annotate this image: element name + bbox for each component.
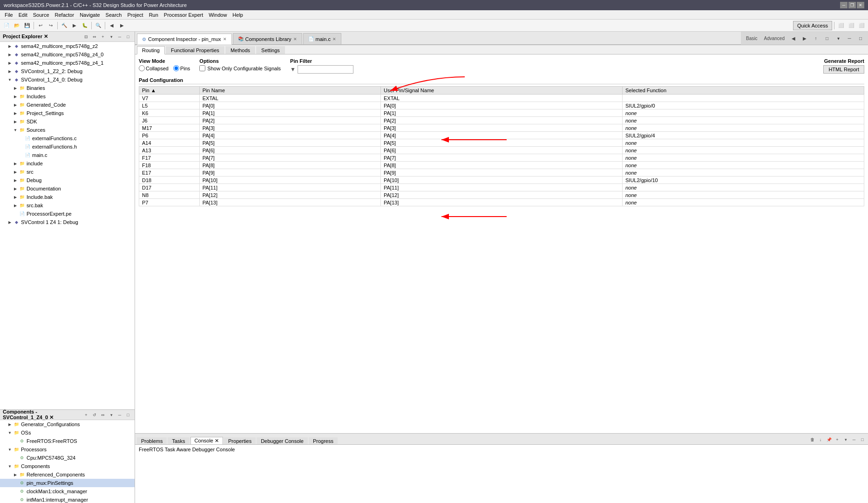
tree-item[interactable]: ▶ 📄 main.c [0, 151, 135, 159]
tab-main-c[interactable]: 📄 main.c ✕ [303, 33, 341, 44]
tree-item[interactable]: ▶ 📁 Project_Settings [0, 109, 135, 117]
tree-item[interactable]: ▶ 📁 Documentation [0, 184, 135, 193]
tab-close-icon[interactable]: ✕ [223, 37, 227, 41]
comp-link-btn[interactable]: ⇔ [99, 411, 107, 419]
menu-window[interactable]: Window [206, 10, 230, 20]
tree-item[interactable]: ▶ 📁 Includes [0, 92, 135, 101]
show-only-configurable-checkbox[interactable] [199, 65, 205, 71]
sub-tab-methods[interactable]: Methods [225, 46, 255, 54]
comp-add-btn[interactable]: + [82, 411, 90, 419]
tree-item[interactable]: ▼ 📁 Sources [0, 126, 135, 134]
tree-item[interactable]: ▶ 📁 Debug [0, 176, 135, 184]
tree-item[interactable]: ▼ ◆ SVControl_1_Z4_0: Debug [0, 75, 135, 84]
open-editor-btn[interactable]: □ [822, 34, 832, 43]
minimize-panel-btn[interactable]: ─ [116, 33, 123, 41]
tb-icon2[interactable]: ⬜ [847, 21, 856, 30]
comp-max-btn[interactable]: □ [124, 411, 132, 419]
tree-item[interactable]: ▶ 📄 externalFunctions.h [0, 143, 135, 151]
tree-item[interactable]: ▶ 📁 Generated_Code [0, 101, 135, 109]
tb-undo[interactable]: ↩ [36, 21, 45, 30]
view-menu-btn[interactable]: ▾ [108, 33, 115, 41]
close-button[interactable]: ✕ [857, 2, 864, 8]
link-editor-btn[interactable]: ⇔ [91, 33, 98, 41]
maximize-panel-btn[interactable]: □ [124, 33, 132, 41]
minimize-button[interactable]: ─ [840, 2, 848, 8]
quick-access-button[interactable]: Quick Access [793, 21, 832, 30]
comp-refresh-btn[interactable]: ↺ [91, 411, 98, 419]
collapse-all-btn[interactable]: ⊟ [82, 33, 90, 41]
tree-item[interactable]: ▶ 📁 src.bak [0, 201, 135, 210]
tb-back[interactable]: ◀ [107, 21, 116, 30]
max-editor-btn[interactable]: □ [856, 34, 865, 43]
comp-tree-item[interactable]: ▶ ⚙ clockMan1:clock_manager [0, 487, 135, 496]
tree-item[interactable]: ▶ ◆ sema42_multicore_mpc5748g_z4_0 [0, 50, 135, 59]
restore-button[interactable]: ❐ [848, 2, 856, 8]
view-menu-editor-btn[interactable]: ▾ [834, 34, 843, 43]
new-folder-btn[interactable]: + [99, 33, 107, 41]
tab-component-inspector[interactable]: ⚙ Component Inspector - pin_mux ✕ [137, 34, 232, 45]
tb-search[interactable]: 🔍 [94, 21, 103, 30]
console-scroll-btn[interactable]: ↓ [817, 436, 824, 443]
comp-tree-item[interactable]: ▼ 📁 OSs [0, 428, 135, 437]
menu-processor-expert[interactable]: Processor Expert [161, 10, 206, 20]
console-newcon-btn[interactable]: + [834, 436, 841, 443]
tb-new[interactable]: 📄 [2, 21, 11, 30]
sub-tab-functional[interactable]: Functional Properties [166, 46, 224, 54]
tab-close-icon3[interactable]: ✕ [332, 37, 336, 41]
col-selected-function[interactable]: Selected Function [623, 87, 864, 95]
tb-build[interactable]: 🔨 [60, 21, 69, 30]
tb-open[interactable]: 📂 [12, 21, 21, 30]
basic-btn[interactable]: Basic [744, 34, 760, 43]
pins-radio[interactable] [173, 65, 179, 71]
tb-debug[interactable]: 🐛 [80, 21, 89, 30]
tab-debugger-console[interactable]: Debugger Console [257, 437, 308, 444]
tb-run[interactable]: ▶ [70, 21, 79, 30]
comp-tree-item[interactable]: ▶ ⚙ Cpu:MPC5748G_324 [0, 454, 135, 462]
tb-save[interactable]: 💾 [22, 21, 32, 30]
tree-item[interactable]: ▶ 📁 src [0, 168, 135, 176]
tb-redo[interactable]: ↪ [46, 21, 55, 30]
console-max-btn[interactable]: □ [859, 436, 866, 443]
menu-file[interactable]: File [2, 10, 16, 20]
pin-filter-input[interactable] [298, 65, 353, 74]
tree-item[interactable]: ▶ ◆ sema42_multicore_mpc5748g_z2 [0, 42, 135, 50]
menu-navigate[interactable]: Navigate [77, 10, 102, 20]
menu-edit[interactable]: Edit [16, 10, 30, 20]
nav-up-btn[interactable]: ↑ [811, 34, 821, 43]
comp-tree-item[interactable]: ▼ 📁 Components [0, 462, 135, 470]
menu-help[interactable]: Help [230, 10, 246, 20]
tree-item[interactable]: ▶ 📁 include [0, 159, 135, 168]
tb-forward[interactable]: ▶ [117, 21, 127, 30]
menu-project[interactable]: Project [124, 10, 146, 20]
menu-refactor[interactable]: Refactor [52, 10, 77, 20]
comp-tree-item[interactable]: ▶ ⚙ intMan1:interrupt_manager [0, 496, 135, 503]
tree-item[interactable]: ▶ 📁 Binaries [0, 84, 135, 92]
tab-components-library[interactable]: 📚 Components Library ✕ [233, 33, 302, 44]
tree-item[interactable]: ▶ 📁 SDK [0, 117, 135, 126]
tab-console[interactable]: Console ✕ [190, 437, 223, 444]
html-report-button[interactable]: HTML Report [823, 65, 864, 74]
menu-source[interactable]: Source [30, 10, 52, 20]
tab-problems[interactable]: Problems [137, 437, 167, 444]
sub-tab-settings[interactable]: Settings [256, 46, 285, 54]
tab-progress[interactable]: Progress [309, 437, 338, 444]
tree-item[interactable]: ▶ ◆ sema42_multicore_mpc5748g_z4_1 [0, 59, 135, 67]
nav-back-btn[interactable]: ◀ [789, 34, 798, 43]
tb-icon3[interactable]: ⬜ [857, 21, 866, 30]
tree-item[interactable]: ▶ 📄 externalFunctions.c [0, 134, 135, 143]
col-pin[interactable]: Pin ▲ [139, 87, 200, 95]
comp-tree-item[interactable]: ▶ 📁 Generator_Configurations [0, 420, 135, 428]
min-editor-btn[interactable]: ─ [845, 34, 854, 43]
menu-search[interactable]: Search [103, 10, 125, 20]
tab-properties[interactable]: Properties [224, 437, 256, 444]
sub-tab-routing[interactable]: Routing [137, 46, 165, 54]
nav-forward-btn[interactable]: ▶ [800, 34, 809, 43]
comp-tree-item-selected[interactable]: ▶ ⚙ pin_mux:PinSettings [0, 479, 135, 487]
col-pin-name[interactable]: Pin Name [199, 87, 380, 95]
console-clear-btn[interactable]: 🗑 [808, 436, 816, 443]
comp-view-btn[interactable]: ▾ [108, 411, 115, 419]
comp-tree-item[interactable]: ▼ 📁 Processors [0, 445, 135, 454]
col-signal-name[interactable]: User Pin/Signal Name [381, 87, 623, 95]
menu-run[interactable]: Run [146, 10, 161, 20]
advanced-btn[interactable]: Advanced [762, 34, 787, 43]
